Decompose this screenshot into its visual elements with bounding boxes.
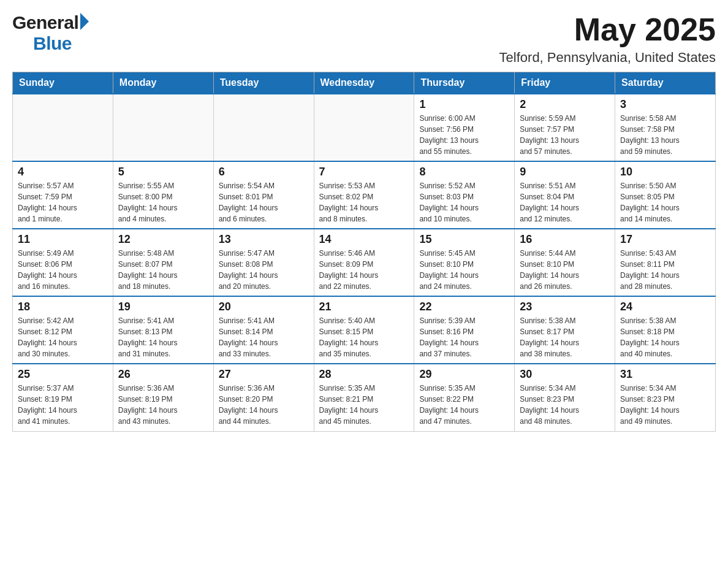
day-info: Sunrise: 5:49 AM Sunset: 8:06 PM Dayligh… [18,248,108,292]
calendar-day-cell: 6Sunrise: 5:54 AM Sunset: 8:01 PM Daylig… [213,161,314,229]
day-number: 23 [520,301,610,313]
day-info: Sunrise: 5:52 AM Sunset: 8:03 PM Dayligh… [419,180,509,224]
day-number: 2 [520,98,610,111]
calendar-day-cell: 30Sunrise: 5:34 AM Sunset: 8:23 PM Dayli… [515,364,615,431]
calendar-day-cell: 26Sunrise: 5:36 AM Sunset: 8:19 PM Dayli… [113,364,213,431]
day-info: Sunrise: 5:34 AM Sunset: 8:23 PM Dayligh… [520,383,610,427]
day-info: Sunrise: 5:43 AM Sunset: 8:11 PM Dayligh… [620,248,710,292]
calendar-day-cell: 16Sunrise: 5:44 AM Sunset: 8:10 PM Dayli… [515,229,615,296]
day-number: 7 [319,166,409,178]
day-info: Sunrise: 5:59 AM Sunset: 7:57 PM Dayligh… [520,113,610,157]
calendar-day-cell: 3Sunrise: 5:58 AM Sunset: 7:58 PM Daylig… [615,94,716,161]
day-info: Sunrise: 5:48 AM Sunset: 8:07 PM Dayligh… [118,248,208,292]
calendar-day-cell: 21Sunrise: 5:40 AM Sunset: 8:15 PM Dayli… [314,296,414,364]
day-number: 25 [18,368,108,381]
day-info: Sunrise: 5:36 AM Sunset: 8:19 PM Dayligh… [118,383,208,427]
day-number: 27 [219,368,309,381]
calendar-week-row: 1Sunrise: 6:00 AM Sunset: 7:56 PM Daylig… [13,94,716,161]
day-number: 19 [118,301,208,313]
calendar-header-row: Sunday Monday Tuesday Wednesday Thursday… [13,72,716,94]
calendar-day-cell [314,94,414,161]
calendar-week-row: 11Sunrise: 5:49 AM Sunset: 8:06 PM Dayli… [13,229,716,296]
day-info: Sunrise: 5:57 AM Sunset: 7:59 PM Dayligh… [18,180,108,224]
day-number: 11 [18,233,108,246]
logo-blue-text: Blue [12,33,72,54]
day-info: Sunrise: 5:35 AM Sunset: 8:21 PM Dayligh… [319,383,409,427]
day-number: 1 [419,98,509,111]
day-info: Sunrise: 5:55 AM Sunset: 8:00 PM Dayligh… [118,180,208,224]
calendar-day-cell: 17Sunrise: 5:43 AM Sunset: 8:11 PM Dayli… [615,229,716,296]
day-info: Sunrise: 5:58 AM Sunset: 7:58 PM Dayligh… [620,113,710,157]
page-header: General Blue May 2025 Telford, Pennsylva… [12,12,716,66]
calendar-day-cell: 11Sunrise: 5:49 AM Sunset: 8:06 PM Dayli… [13,229,113,296]
day-info: Sunrise: 5:41 AM Sunset: 8:14 PM Dayligh… [219,315,309,359]
calendar-day-cell: 29Sunrise: 5:35 AM Sunset: 8:22 PM Dayli… [414,364,515,431]
day-number: 13 [219,233,309,246]
month-title: May 2025 [499,12,716,47]
calendar-day-cell: 25Sunrise: 5:37 AM Sunset: 8:19 PM Dayli… [13,364,113,431]
day-number: 22 [419,301,509,313]
col-saturday: Saturday [615,72,716,94]
day-number: 15 [419,233,509,246]
calendar-week-row: 25Sunrise: 5:37 AM Sunset: 8:19 PM Dayli… [13,364,716,431]
logo: General Blue [12,12,89,54]
calendar-day-cell [113,94,213,161]
day-number: 20 [219,301,309,313]
day-info: Sunrise: 5:37 AM Sunset: 8:19 PM Dayligh… [18,383,108,427]
calendar-day-cell: 14Sunrise: 5:46 AM Sunset: 8:09 PM Dayli… [314,229,414,296]
day-number: 3 [620,98,710,111]
day-number: 16 [520,233,610,246]
day-info: Sunrise: 5:41 AM Sunset: 8:13 PM Dayligh… [118,315,208,359]
day-info: Sunrise: 5:38 AM Sunset: 8:17 PM Dayligh… [520,315,610,359]
day-info: Sunrise: 5:45 AM Sunset: 8:10 PM Dayligh… [419,248,509,292]
calendar-table: Sunday Monday Tuesday Wednesday Thursday… [12,72,716,432]
day-number: 4 [18,166,108,178]
logo-general-text: General [12,12,78,33]
day-number: 10 [620,166,710,178]
col-tuesday: Tuesday [213,72,314,94]
day-info: Sunrise: 5:44 AM Sunset: 8:10 PM Dayligh… [520,248,610,292]
title-area: May 2025 Telford, Pennsylvania, United S… [499,12,716,66]
calendar-day-cell [13,94,113,161]
col-monday: Monday [113,72,213,94]
calendar-day-cell: 19Sunrise: 5:41 AM Sunset: 8:13 PM Dayli… [113,296,213,364]
calendar-day-cell: 27Sunrise: 5:36 AM Sunset: 8:20 PM Dayli… [213,364,314,431]
day-number: 6 [219,166,309,178]
day-number: 26 [118,368,208,381]
day-info: Sunrise: 5:34 AM Sunset: 8:23 PM Dayligh… [620,383,710,427]
calendar-week-row: 4Sunrise: 5:57 AM Sunset: 7:59 PM Daylig… [13,161,716,229]
calendar-week-row: 18Sunrise: 5:42 AM Sunset: 8:12 PM Dayli… [13,296,716,364]
calendar-day-cell: 7Sunrise: 5:53 AM Sunset: 8:02 PM Daylig… [314,161,414,229]
day-number: 24 [620,301,710,313]
day-number: 8 [419,166,509,178]
day-number: 28 [319,368,409,381]
calendar-day-cell: 4Sunrise: 5:57 AM Sunset: 7:59 PM Daylig… [13,161,113,229]
day-info: Sunrise: 5:40 AM Sunset: 8:15 PM Dayligh… [319,315,409,359]
day-number: 14 [319,233,409,246]
calendar-day-cell: 18Sunrise: 5:42 AM Sunset: 8:12 PM Dayli… [13,296,113,364]
day-info: Sunrise: 5:46 AM Sunset: 8:09 PM Dayligh… [319,248,409,292]
day-number: 18 [18,301,108,313]
day-number: 21 [319,301,409,313]
day-info: Sunrise: 5:50 AM Sunset: 8:05 PM Dayligh… [620,180,710,224]
col-friday: Friday [515,72,615,94]
calendar-day-cell: 10Sunrise: 5:50 AM Sunset: 8:05 PM Dayli… [615,161,716,229]
day-number: 31 [620,368,710,381]
calendar-day-cell: 9Sunrise: 5:51 AM Sunset: 8:04 PM Daylig… [515,161,615,229]
calendar-day-cell: 8Sunrise: 5:52 AM Sunset: 8:03 PM Daylig… [414,161,515,229]
day-number: 17 [620,233,710,246]
day-number: 30 [520,368,610,381]
col-thursday: Thursday [414,72,515,94]
day-number: 12 [118,233,208,246]
day-info: Sunrise: 5:42 AM Sunset: 8:12 PM Dayligh… [18,315,108,359]
day-info: Sunrise: 6:00 AM Sunset: 7:56 PM Dayligh… [419,113,509,157]
calendar-day-cell: 23Sunrise: 5:38 AM Sunset: 8:17 PM Dayli… [515,296,615,364]
calendar-day-cell: 31Sunrise: 5:34 AM Sunset: 8:23 PM Dayli… [615,364,716,431]
col-sunday: Sunday [13,72,113,94]
day-info: Sunrise: 5:36 AM Sunset: 8:20 PM Dayligh… [219,383,309,427]
day-number: 9 [520,166,610,178]
day-number: 5 [118,166,208,178]
day-info: Sunrise: 5:35 AM Sunset: 8:22 PM Dayligh… [419,383,509,427]
day-info: Sunrise: 5:38 AM Sunset: 8:18 PM Dayligh… [620,315,710,359]
calendar-day-cell: 5Sunrise: 5:55 AM Sunset: 8:00 PM Daylig… [113,161,213,229]
